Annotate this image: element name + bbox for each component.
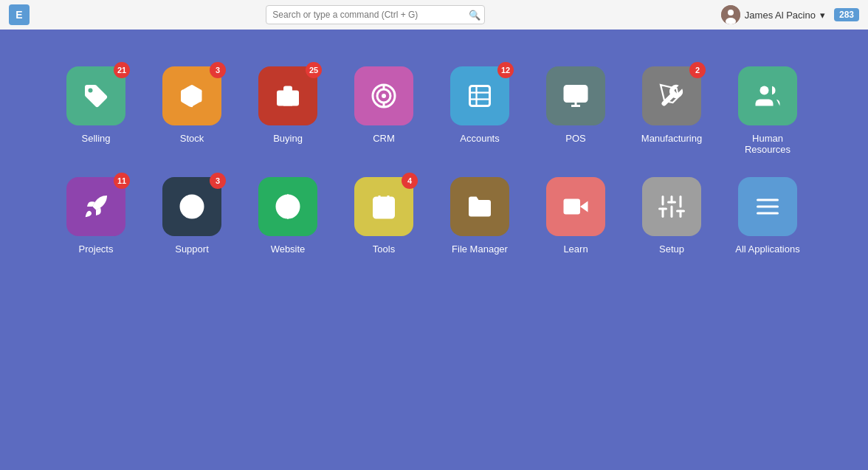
app-label-learn: Learn: [563, 243, 588, 255]
app-icon-wrapper-accounts: 12: [450, 66, 509, 125]
app-grid-row1: 21Selling3Stock25BuyingCRM12AccountsPOS2…: [59, 66, 809, 255]
app-icon-wrapper-manufacturing: 2: [642, 66, 701, 125]
app-label-manufacturing: Manufacturing: [641, 133, 702, 144]
svg-point-7: [382, 94, 386, 98]
app-label-filemanager: File Manager: [452, 243, 508, 255]
app-icon-wrapper-stock: 3: [162, 66, 221, 125]
app-icon-setup: [642, 177, 701, 236]
app-label-website: Website: [271, 243, 306, 255]
app-icon-wrapper-filemanager: [450, 177, 509, 236]
app-icon-website: [258, 177, 317, 236]
app-icon-wrapper-selling: 21: [66, 66, 125, 125]
header: E 🔍 James Al Pacino ▾ 283: [0, 0, 868, 30]
app-label-selling: Selling: [81, 133, 110, 144]
app-icon-wrapper-learn: [546, 177, 605, 236]
logo-text: E: [16, 9, 22, 21]
app-icon-wrapper-website: [258, 177, 317, 236]
app-icon-wrapper-crm: [354, 66, 413, 125]
app-badge-stock: 3: [210, 62, 226, 78]
main-content: 21Selling3Stock25BuyingCRM12AccountsPOS2…: [0, 30, 868, 277]
app-label-crm: CRM: [373, 133, 395, 144]
app-label-support: Support: [175, 243, 209, 255]
svg-point-17: [760, 86, 769, 95]
app-label-setup: Setup: [659, 243, 684, 255]
app-item-manufacturing[interactable]: 2Manufacturing: [635, 66, 709, 155]
user-menu[interactable]: James Al Pacino ▾: [721, 5, 825, 24]
app-icon-filemanager: [450, 177, 509, 236]
app-item-filemanager[interactable]: File Manager: [443, 177, 517, 255]
user-name: James Al Pacino: [745, 10, 816, 21]
search-input[interactable]: [266, 5, 484, 24]
app-icon-wrapper-tools: 4: [354, 177, 413, 236]
app-badge-selling: 21: [114, 62, 130, 78]
notification-badge[interactable]: 283: [834, 8, 859, 21]
svg-rect-30: [564, 199, 581, 215]
app-label-accounts: Accounts: [460, 133, 499, 144]
app-icon-wrapper-hr: [738, 66, 797, 125]
app-label-hr: Human Resources: [731, 133, 805, 155]
svg-rect-10: [470, 86, 490, 106]
app-item-projects[interactable]: 11Projects: [59, 177, 133, 255]
app-item-crm[interactable]: CRM: [347, 66, 421, 155]
app-badge-tools: 4: [402, 173, 418, 189]
app-item-learn[interactable]: Learn: [539, 177, 613, 255]
app-item-selling[interactable]: 21Selling: [59, 66, 133, 155]
app-icon-allapps: [738, 177, 797, 236]
avatar: [721, 5, 740, 24]
app-logo[interactable]: E: [9, 4, 30, 25]
app-item-buying[interactable]: 25Buying: [251, 66, 325, 155]
app-label-stock: Stock: [180, 133, 204, 144]
app-label-pos: POS: [565, 133, 585, 144]
app-badge-manufacturing: 2: [689, 62, 706, 78]
svg-rect-27: [379, 209, 382, 212]
app-icon-wrapper-projects: 11: [66, 177, 125, 236]
app-icon-hr: [738, 66, 797, 125]
app-icon-pos: [546, 66, 605, 125]
app-icon-wrapper-allapps: [738, 177, 797, 236]
app-item-setup[interactable]: Setup: [635, 177, 709, 255]
app-item-hr[interactable]: Human Resources: [731, 66, 805, 155]
svg-rect-28: [383, 209, 387, 212]
app-label-allapps: All Applications: [735, 243, 799, 255]
search-container: 🔍: [266, 5, 484, 24]
app-label-tools: Tools: [373, 243, 395, 255]
app-badge-buying: 25: [306, 62, 322, 78]
svg-rect-14: [565, 86, 587, 102]
app-badge-support: 3: [210, 173, 226, 189]
app-label-projects: Projects: [79, 243, 114, 255]
search-icon: 🔍: [469, 10, 480, 21]
app-icon-wrapper-buying: 25: [258, 66, 317, 125]
app-badge-accounts: 12: [497, 62, 514, 78]
app-badge-projects: 11: [114, 173, 130, 189]
app-icon-wrapper-setup: [642, 177, 701, 236]
svg-rect-23: [374, 198, 394, 218]
app-item-tools[interactable]: 4Tools: [347, 177, 421, 255]
app-item-accounts[interactable]: 12Accounts: [443, 66, 517, 155]
user-dropdown-icon: ▾: [820, 10, 825, 21]
app-item-stock[interactable]: 3Stock: [155, 66, 229, 155]
app-icon-learn: [546, 177, 605, 236]
app-icon-crm: [354, 66, 413, 125]
app-icon-wrapper-support: 3: [162, 177, 221, 236]
app-item-support[interactable]: 3Support: [155, 177, 229, 255]
app-item-pos[interactable]: POS: [539, 66, 613, 155]
app-item-allapps[interactable]: All Applications: [731, 177, 805, 255]
app-icon-wrapper-pos: [546, 66, 605, 125]
svg-marker-29: [580, 201, 588, 212]
app-label-buying: Buying: [273, 133, 303, 144]
svg-point-1: [728, 10, 734, 15]
app-item-website[interactable]: Website: [251, 177, 325, 255]
